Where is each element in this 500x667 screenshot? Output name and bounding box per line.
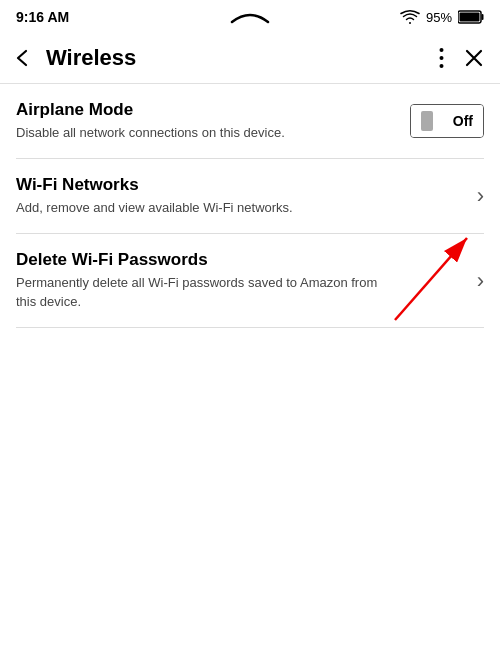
delete-wifi-description: Permanently delete all Wi-Fi passwords s… [16,274,396,310]
svg-point-5 [440,64,444,68]
airplane-mode-item[interactable]: Airplane Mode Disable all network connec… [0,84,500,158]
delete-wifi-item[interactable]: Delete Wi-Fi Passwords Permanently delet… [0,234,500,326]
delete-wifi-chevron-icon: › [477,268,484,294]
delete-wifi-content: Delete Wi-Fi Passwords Permanently delet… [16,250,469,310]
wifi-networks-item[interactable]: Wi-Fi Networks Add, remove and view avai… [0,159,500,233]
battery-percent: 95% [426,10,452,25]
svg-rect-2 [460,13,480,22]
toggle-thumb [421,111,433,131]
svg-point-3 [440,48,444,52]
more-options-button[interactable] [435,43,448,73]
airplane-mode-description: Disable all network connections on this … [16,124,396,142]
airplane-mode-content: Airplane Mode Disable all network connec… [16,100,410,142]
wifi-networks-description: Add, remove and view available Wi-Fi net… [16,199,396,217]
airplane-mode-toggle[interactable]: Off [410,104,484,138]
delete-wifi-chevron-container: › [469,268,484,294]
toggle-track [411,105,443,137]
svg-rect-1 [482,14,484,20]
airplane-mode-title: Airplane Mode [16,100,410,120]
svg-point-4 [440,56,444,60]
notch [230,6,270,28]
battery-icon [458,10,484,24]
toggle-label: Off [443,105,483,137]
app-bar-actions [435,43,488,73]
wifi-networks-chevron-icon: › [477,183,484,209]
status-right-icons: 95% [400,9,484,25]
status-bar: 9:16 AM 95% [0,0,500,32]
page-title: Wireless [46,45,435,71]
close-button[interactable] [460,44,488,72]
app-bar: Wireless [0,32,500,84]
delete-wifi-title: Delete Wi-Fi Passwords [16,250,469,270]
wifi-networks-title: Wi-Fi Networks [16,175,469,195]
wifi-networks-chevron-container: › [469,183,484,209]
status-time: 9:16 AM [16,9,69,25]
wifi-icon [400,9,420,25]
airplane-mode-toggle-container[interactable]: Off [410,104,484,138]
divider-3 [16,327,484,328]
back-button[interactable] [12,43,42,73]
wifi-networks-content: Wi-Fi Networks Add, remove and view avai… [16,175,469,217]
